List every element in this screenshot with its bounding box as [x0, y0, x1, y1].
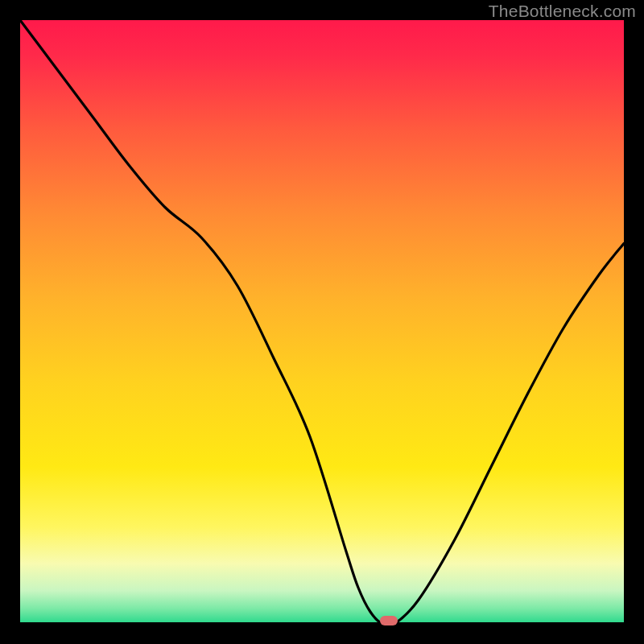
- chart-frame: TheBottleneck.com: [0, 0, 644, 644]
- plot-area: [20, 20, 624, 624]
- watermark-text: TheBottleneck.com: [489, 2, 636, 21]
- optimal-point-marker: [380, 616, 398, 625]
- bottleneck-curve: [20, 20, 624, 624]
